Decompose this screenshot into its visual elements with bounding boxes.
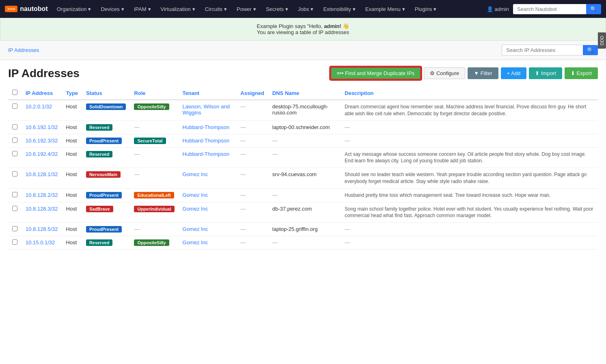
tenant-link[interactable]: Gomez Inc bbox=[183, 239, 208, 246]
dns-name: db-37.perez.com bbox=[268, 202, 341, 223]
nav-right: 👤 admin 🔍 bbox=[487, 4, 601, 14]
find-merge-button[interactable]: ≡•• Find and Merge Duplicate IPs bbox=[330, 67, 422, 80]
search-ip-input[interactable] bbox=[502, 45, 583, 56]
ip-address-link[interactable]: 10.8.128.2/32 bbox=[26, 192, 58, 198]
dns-name: — bbox=[268, 188, 341, 202]
col-role: Role bbox=[130, 86, 178, 100]
tenant-link[interactable]: Hubbard-Thompson bbox=[183, 138, 230, 144]
nav-virtualization[interactable]: Virtualization ▾ bbox=[157, 4, 199, 14]
ip-address-link[interactable]: 10.6.192.3/32 bbox=[26, 138, 58, 144]
col-ip-address: IP Address bbox=[22, 86, 62, 100]
ip-address-link[interactable]: 10.6.192.4/32 bbox=[26, 151, 58, 157]
status-badge: Reserved bbox=[86, 124, 113, 131]
tenant-link[interactable]: Gomez Inc bbox=[183, 171, 208, 177]
main-content: IP Addresses ≡•• Find and Merge Duplicat… bbox=[0, 60, 606, 256]
status-badge: SadBrave bbox=[86, 206, 113, 212]
table-row: 10.2.0.1/32HostSolidDowntownOppositeSill… bbox=[8, 100, 598, 121]
row-checkbox[interactable] bbox=[12, 226, 17, 231]
row-checkbox[interactable] bbox=[12, 206, 17, 211]
row-checkbox[interactable] bbox=[12, 151, 17, 156]
role-badge: SecureTotal bbox=[134, 138, 166, 144]
tenant-link[interactable]: Gomez Inc bbox=[183, 192, 208, 198]
description-text: — bbox=[341, 236, 598, 250]
dns-name: laptop-25.griffin.org bbox=[268, 223, 341, 236]
assigned-value: — bbox=[236, 223, 268, 236]
table-row: 10.8.128.5/32HostProudPresent—Gomez Inc—… bbox=[8, 223, 598, 236]
side-tab[interactable]: DDD bbox=[598, 32, 606, 49]
global-search: 🔍 bbox=[513, 4, 601, 14]
assigned-value: — bbox=[236, 121, 268, 134]
table-row: 10.8.128.1/32HostNervousMain—Gomez Inc—s… bbox=[8, 168, 598, 189]
nav-power[interactable]: Power ▾ bbox=[233, 4, 260, 14]
configure-button[interactable]: ⚙ Configure bbox=[424, 67, 465, 79]
logo-arrows: >>> bbox=[5, 6, 17, 12]
ip-address-link[interactable]: 10.8.128.5/32 bbox=[26, 226, 58, 232]
action-buttons: ≡•• Find and Merge Duplicate IPs ⚙ Confi… bbox=[330, 67, 598, 80]
ip-address-link[interactable]: 10.8.128.1/32 bbox=[26, 171, 58, 177]
assigned-value: — bbox=[236, 188, 268, 202]
ip-type: Host bbox=[62, 134, 82, 147]
page-title: IP Addresses bbox=[8, 67, 80, 80]
import-button[interactable]: ⬆ Import bbox=[529, 67, 562, 79]
banner: Example Plugin says "Hello, admin! 👋 You… bbox=[0, 18, 606, 41]
tenant-link[interactable]: Hubbard-Thompson bbox=[183, 151, 230, 157]
row-checkbox[interactable] bbox=[12, 103, 17, 109]
col-assigned: Assigned bbox=[236, 86, 268, 100]
page-search: 🔍 bbox=[502, 45, 598, 56]
row-checkbox[interactable] bbox=[12, 171, 17, 177]
table-row: 10.8.128.3/32HostSadBraveUpperIndividual… bbox=[8, 202, 598, 223]
user-info[interactable]: 👤 admin bbox=[487, 6, 509, 12]
assigned-value: — bbox=[236, 236, 268, 250]
global-search-input[interactable] bbox=[513, 4, 586, 14]
row-checkbox[interactable] bbox=[12, 192, 17, 197]
assigned-value: — bbox=[236, 134, 268, 147]
search-ip-button[interactable]: 🔍 bbox=[583, 45, 598, 55]
ip-type: Host bbox=[62, 223, 82, 236]
row-checkbox[interactable] bbox=[12, 138, 17, 143]
global-search-button[interactable]: 🔍 bbox=[586, 4, 601, 14]
filter-button[interactable]: ▼ Filter bbox=[468, 67, 498, 79]
role-badge: UpperIndividual bbox=[134, 206, 174, 212]
ip-address-link[interactable]: 10.15.0.1/32 bbox=[26, 239, 55, 246]
banner-username: admin! bbox=[324, 23, 341, 29]
col-status: Status bbox=[82, 86, 130, 100]
tenant-link[interactable]: Gomez Inc bbox=[183, 226, 208, 232]
assigned-value: — bbox=[236, 168, 268, 189]
nav-example-menu[interactable]: Example Menu ▾ bbox=[361, 4, 409, 14]
add-button[interactable]: + Add bbox=[501, 67, 527, 79]
nav-plugins[interactable]: Plugins ▾ bbox=[411, 4, 441, 14]
description-text: Song main school family together police.… bbox=[341, 202, 598, 223]
status-badge: SolidDowntown bbox=[86, 103, 126, 110]
top-navigation: >>> nautobot Organization ▾ Devices ▾ IP… bbox=[0, 0, 606, 18]
row-checkbox[interactable] bbox=[12, 239, 17, 245]
nav-devices[interactable]: Devices ▾ bbox=[97, 4, 128, 14]
tenant-link[interactable]: Gomez Inc bbox=[183, 206, 208, 212]
description-text: Dream commercial agent how remember seat… bbox=[341, 100, 598, 121]
tenant-link[interactable]: Hubbard-Thompson bbox=[183, 124, 230, 130]
nav-secrets[interactable]: Secrets ▾ bbox=[262, 4, 292, 14]
nav-extensibility[interactable]: Extensibility ▾ bbox=[319, 4, 360, 14]
status-badge: ProudPresent bbox=[86, 226, 122, 233]
nav-ipam[interactable]: IPAM ▾ bbox=[130, 4, 155, 14]
nav-circuits[interactable]: Circuits ▾ bbox=[201, 4, 231, 14]
ip-address-link[interactable]: 10.8.128.3/32 bbox=[26, 206, 58, 212]
status-badge: ProudPresent bbox=[86, 192, 122, 198]
ip-address-link[interactable]: 10.6.192.1/32 bbox=[26, 124, 58, 130]
banner-line1-prefix: Example Plugin says "Hello, bbox=[257, 23, 324, 29]
row-checkbox[interactable] bbox=[12, 124, 17, 129]
logo[interactable]: >>> nautobot bbox=[5, 5, 48, 13]
breadcrumb-ip-addresses[interactable]: IP Addresses bbox=[8, 47, 39, 53]
role-badge: OppositeSilly bbox=[134, 103, 169, 110]
export-button[interactable]: ⬇ Export bbox=[565, 67, 598, 79]
ip-table: IP Address Type Status Role Tenant Assig… bbox=[8, 86, 598, 250]
table-row: 10.15.0.1/32HostReservedOppositeSillyGom… bbox=[8, 236, 598, 250]
page-header: IP Addresses ≡•• Find and Merge Duplicat… bbox=[8, 67, 598, 80]
nav-jobs[interactable]: Jobs ▾ bbox=[294, 4, 317, 14]
breadcrumb-bar: IP Addresses 🔍 bbox=[0, 41, 606, 60]
nav-organization[interactable]: Organization ▾ bbox=[53, 4, 95, 14]
role-badge: OppositeSilly bbox=[134, 239, 169, 246]
ip-address-link[interactable]: 10.2.0.1/32 bbox=[26, 103, 52, 110]
tenant-link[interactable]: Lawson, Wilson and Wiggins bbox=[183, 103, 230, 116]
select-all-checkbox[interactable] bbox=[12, 90, 17, 95]
assigned-value: — bbox=[236, 202, 268, 223]
